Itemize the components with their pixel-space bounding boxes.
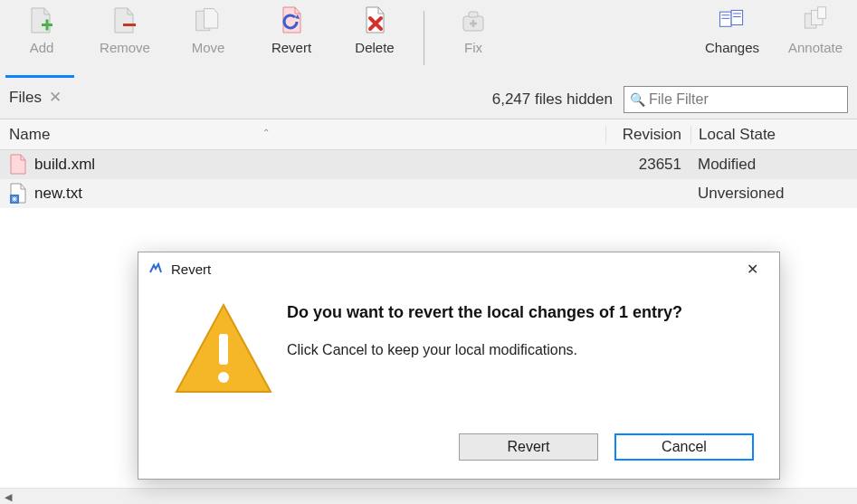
dialog-cancel-button[interactable]: Cancel bbox=[614, 433, 754, 461]
hidden-files-count: 6,247 files hidden bbox=[492, 90, 613, 109]
table-header: Name ⌃ Revision Local State bbox=[0, 119, 857, 150]
svg-rect-6 bbox=[731, 10, 743, 24]
sort-asc-icon: ⌃ bbox=[262, 128, 270, 138]
fix-button[interactable]: Fix bbox=[432, 5, 515, 74]
file-state: Modified bbox=[690, 156, 857, 174]
table-row[interactable]: build.xml 23651 Modified bbox=[0, 150, 857, 179]
tool-label: Fix bbox=[464, 40, 482, 55]
move-files-icon bbox=[193, 5, 224, 36]
file-state: Unversioned bbox=[690, 185, 857, 203]
tool-label: Delete bbox=[355, 40, 394, 55]
dialog-revert-button[interactable]: Revert bbox=[459, 433, 598, 461]
annotate-icon bbox=[800, 5, 831, 36]
dialog-heading: Do you want to revert the local changes … bbox=[287, 303, 757, 322]
tool-label: Remove bbox=[100, 40, 150, 55]
remove-button[interactable]: Remove bbox=[83, 5, 167, 74]
svg-rect-2 bbox=[123, 24, 136, 26]
dialog-titlebar: Revert ✕ bbox=[138, 252, 779, 285]
app-icon bbox=[148, 261, 164, 277]
modified-file-icon bbox=[9, 154, 27, 176]
tab-indicator bbox=[5, 75, 74, 78]
add-file-icon bbox=[26, 5, 57, 36]
unversioned-file-icon bbox=[9, 183, 27, 204]
search-icon: 🔍 bbox=[630, 92, 645, 107]
close-tab-icon[interactable]: ✕ bbox=[47, 88, 63, 107]
toolbar-separator bbox=[424, 11, 424, 65]
add-button[interactable]: Add bbox=[0, 5, 83, 74]
horizontal-scrollbar[interactable]: ◀ bbox=[0, 488, 857, 504]
file-name: new.txt bbox=[34, 185, 82, 203]
svg-rect-1 bbox=[46, 20, 49, 31]
svg-rect-4 bbox=[469, 12, 478, 17]
tool-label: Revert bbox=[271, 40, 311, 55]
remove-file-icon bbox=[110, 5, 140, 36]
tab-files[interactable]: Files ✕ bbox=[9, 88, 67, 110]
tab-label: Files bbox=[9, 89, 42, 107]
changes-button[interactable]: Changes bbox=[690, 5, 774, 74]
revert-dialog: Revert ✕ Do you want to revert the local… bbox=[138, 252, 780, 480]
filter-placeholder: File Filter bbox=[649, 91, 709, 108]
svg-rect-5 bbox=[720, 12, 732, 26]
delete-button[interactable]: Delete bbox=[333, 5, 416, 74]
move-button[interactable]: Move bbox=[167, 5, 250, 74]
svg-rect-13 bbox=[818, 7, 826, 19]
changes-icon bbox=[717, 5, 747, 36]
tool-label: Annotate bbox=[788, 40, 843, 55]
revert-file-icon bbox=[276, 5, 307, 36]
tab-strip: Files ✕ 6,247 files hidden 🔍 File Filter bbox=[0, 80, 857, 119]
revert-button[interactable]: Revert bbox=[250, 5, 333, 74]
tool-label: Add bbox=[30, 40, 54, 55]
delete-file-icon bbox=[359, 5, 390, 36]
annotate-button[interactable]: Annotate bbox=[774, 5, 857, 74]
svg-rect-15 bbox=[219, 334, 228, 365]
col-local-state[interactable]: Local State bbox=[690, 126, 857, 144]
fix-icon bbox=[458, 5, 489, 36]
warning-icon bbox=[160, 292, 287, 406]
col-revision[interactable]: Revision bbox=[605, 126, 690, 144]
file-filter-input[interactable]: 🔍 File Filter bbox=[624, 86, 848, 113]
dialog-subtext: Click Cancel to keep your local modifica… bbox=[287, 342, 757, 358]
svg-point-16 bbox=[218, 372, 229, 383]
dialog-title: Revert bbox=[171, 262, 211, 277]
tool-label: Move bbox=[192, 40, 225, 55]
close-dialog-button[interactable]: ✕ bbox=[734, 261, 770, 278]
file-revision: 23651 bbox=[605, 156, 690, 174]
col-name[interactable]: Name ⌃ bbox=[0, 126, 605, 144]
table-row[interactable]: new.txt Unversioned bbox=[0, 179, 857, 208]
tool-label: Changes bbox=[705, 40, 759, 55]
main-toolbar: Add Remove Move bbox=[0, 0, 857, 80]
scroll-left-icon[interactable]: ◀ bbox=[0, 490, 16, 504]
file-name: build.xml bbox=[34, 156, 95, 174]
